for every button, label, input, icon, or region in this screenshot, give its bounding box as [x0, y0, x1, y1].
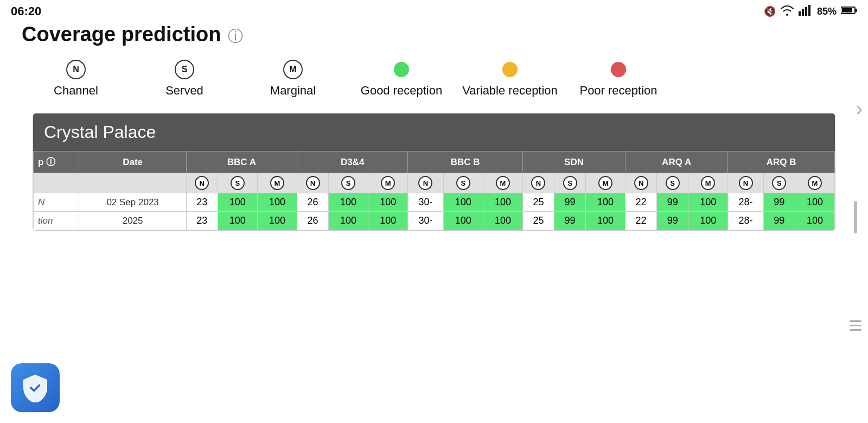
legend-marginal: M Marginal — [239, 59, 347, 98]
served-icon: S — [175, 60, 194, 79]
cell-1-14: 100 — [688, 212, 728, 230]
cell-1-10: 99 — [554, 212, 585, 230]
cell-0-3: 26 — [297, 193, 329, 212]
status-icons: 🔇 85% — [764, 5, 857, 18]
col-d34-header: D3&4 — [297, 151, 408, 173]
sub-arqb-n: N — [728, 173, 764, 193]
status-time: 06:20 — [11, 4, 41, 18]
sub-sdn-n: N — [522, 173, 554, 193]
info-icon[interactable]: ⓘ — [228, 28, 243, 45]
sub-arqb-m: M — [795, 173, 834, 193]
cell-1-7: 100 — [443, 212, 483, 230]
sub-bbcb-m: M — [483, 173, 522, 193]
svg-rect-3 — [808, 5, 810, 16]
cell-0-2: 100 — [257, 193, 297, 212]
sub-bbca-s: S — [218, 173, 257, 193]
cell-0-0: 23 — [186, 193, 218, 212]
page-title: Coverage prediction — [22, 23, 221, 46]
security-badge[interactable] — [11, 363, 60, 412]
coverage-table-container: Crystal Palace p ⓘ Date BBC A D3&4 BBC B… — [33, 113, 835, 231]
good-icon — [394, 62, 409, 77]
legend-good: Good reception — [347, 59, 456, 98]
cell-1-1: 100 — [218, 212, 257, 230]
sub-bbcb-s: S — [443, 173, 483, 193]
cell-1-0: 23 — [186, 212, 218, 230]
cell-1-5: 100 — [368, 212, 408, 230]
table-title: Crystal Palace — [33, 113, 835, 151]
cell-1-12: 22 — [626, 212, 657, 230]
row-label-1: tion — [34, 212, 79, 230]
cell-1-16: 99 — [763, 212, 795, 230]
legend-channel: N Channel — [22, 59, 130, 98]
cell-0-9: 25 — [522, 193, 554, 212]
legend-poor-label: Poor reception — [579, 84, 657, 98]
legend-poor: Poor reception — [564, 59, 673, 98]
signal-icon — [799, 5, 813, 18]
variable-icon — [502, 62, 518, 77]
legend-served: S Served — [130, 59, 239, 98]
col-sdn-header: SDN — [522, 151, 625, 173]
col-arqa-header: ARQ A — [626, 151, 728, 173]
col-label-header: p ⓘ — [34, 151, 79, 173]
legend-served-label: Served — [165, 84, 203, 98]
cell-0-12: 22 — [626, 193, 657, 212]
cell-1-11: 100 — [586, 212, 626, 230]
cell-1-4: 100 — [329, 212, 368, 230]
table-row: tion2025231001002610010030-1001002599100… — [34, 212, 835, 230]
sub-d34-m: M — [368, 173, 408, 193]
cell-0-10: 99 — [554, 193, 585, 212]
legend-marginal-label: Marginal — [270, 84, 316, 98]
col-bbcb-header: BBC B — [408, 151, 523, 173]
sub-bbcb-n: N — [408, 173, 444, 193]
cell-0-13: 99 — [657, 193, 688, 212]
cell-1-8: 100 — [483, 212, 522, 230]
cell-0-11: 100 — [586, 193, 626, 212]
col-header-row: p ⓘ Date BBC A D3&4 BBC B SDN ARQ A ARQ … — [34, 151, 835, 173]
battery-icon — [841, 6, 857, 17]
cell-0-4: 100 — [329, 193, 368, 212]
sub-arqb-s: S — [763, 173, 795, 193]
sub-d34-n: N — [297, 173, 329, 193]
col-bbca-header: BBC A — [186, 151, 297, 173]
table-body: N02 Sep 2023231001002610010030-100100259… — [34, 193, 835, 230]
sub-bbca-n: N — [186, 173, 218, 193]
wifi-icon — [780, 5, 794, 18]
cell-1-6: 30- — [408, 212, 444, 230]
svg-rect-0 — [799, 11, 801, 16]
battery-percent: 85% — [817, 6, 837, 17]
scroll-indicator — [854, 201, 857, 233]
sub-header-row: N S M N S M N S M N S M N S M N S M — [34, 173, 835, 193]
sub-bbca-m: M — [257, 173, 297, 193]
col-date-header: Date — [79, 151, 186, 173]
chevron-right-icon[interactable]: › — [856, 98, 863, 121]
cell-0-14: 100 — [688, 193, 728, 212]
cell-0-6: 30- — [408, 193, 444, 212]
cell-1-17: 100 — [795, 212, 834, 230]
cell-0-5: 100 — [368, 193, 408, 212]
svg-rect-5 — [842, 8, 852, 12]
shield-icon — [21, 373, 50, 402]
svg-rect-6 — [856, 9, 857, 12]
page-header: Coverage prediction ⓘ — [0, 21, 868, 53]
svg-rect-2 — [805, 7, 807, 16]
sub-arqa-m: M — [688, 173, 728, 193]
cell-0-17: 100 — [795, 193, 834, 212]
cell-1-15: 28- — [728, 212, 764, 230]
status-bar: 06:20 🔇 85% — [0, 0, 868, 21]
legend-variable: Variable reception — [456, 59, 564, 98]
table-row: N02 Sep 2023231001002610010030-100100259… — [34, 193, 835, 212]
marginal-icon: M — [283, 60, 303, 79]
cell-1-13: 99 — [657, 212, 688, 230]
cell-0-8: 100 — [483, 193, 522, 212]
cell-0-16: 99 — [763, 193, 795, 212]
cell-1-2: 100 — [257, 212, 297, 230]
cell-0-15: 28- — [728, 193, 764, 212]
svg-rect-1 — [802, 9, 804, 16]
mute-icon: 🔇 — [764, 5, 776, 17]
sub-empty1 — [34, 173, 79, 193]
sub-d34-s: S — [329, 173, 368, 193]
legend-good-label: Good reception — [361, 84, 442, 98]
coverage-table: p ⓘ Date BBC A D3&4 BBC B SDN ARQ A ARQ … — [33, 151, 835, 230]
legend-channel-label: Channel — [54, 84, 98, 98]
sub-sdn-s: S — [554, 173, 585, 193]
